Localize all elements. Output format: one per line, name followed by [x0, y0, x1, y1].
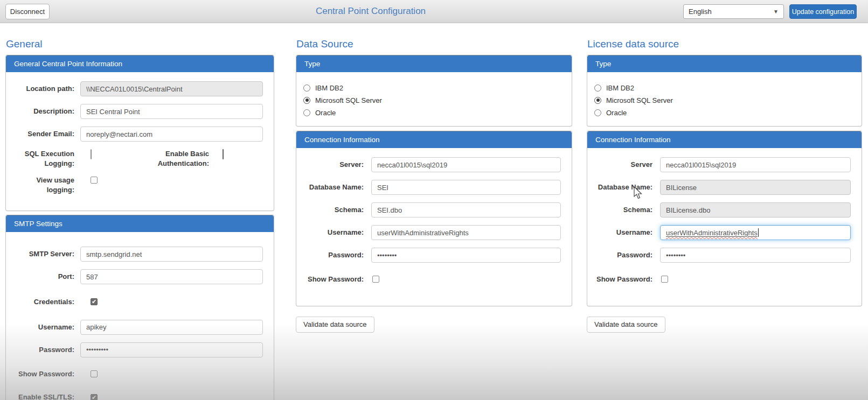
- ds-database-name-input[interactable]: [371, 180, 561, 195]
- sender-email-input[interactable]: [80, 127, 263, 142]
- license-radio-oracle-label: Oracle: [606, 109, 627, 117]
- lic-server-label: Server: [595, 160, 652, 170]
- view-usage-logging-checkbox[interactable]: [91, 177, 98, 184]
- lic-show-password-checkbox[interactable]: [661, 276, 668, 283]
- credentials-label: Credentials:: [14, 297, 74, 307]
- ds-database-name-label: Database Name:: [304, 183, 364, 192]
- smtp-username-input[interactable]: [80, 320, 263, 335]
- lic-database-name-input: [660, 180, 851, 195]
- smtp-username-label: Username:: [14, 322, 74, 332]
- section-heading-general: General: [6, 38, 274, 50]
- license-radio-mssql[interactable]: [594, 97, 601, 104]
- lic-server-input[interactable]: [660, 157, 851, 172]
- license-connection-panel: Connection Information Server Database N…: [587, 131, 862, 306]
- general-section: General General Central Point Informatio…: [5, 38, 274, 400]
- data-source-radio-ibm-db2-label: IBM DB2: [315, 84, 343, 92]
- license-type-panel-title: Type: [587, 55, 862, 72]
- ds-validate-data-source-button[interactable]: Validate data source: [296, 317, 374, 333]
- page-title: Central Point Configuration: [316, 6, 426, 17]
- data-source-radio-ibm-db2[interactable]: [303, 85, 310, 92]
- language-select[interactable]: English ▼: [683, 4, 784, 19]
- smtp-server-input[interactable]: [80, 247, 263, 262]
- description-label: Description:: [14, 107, 74, 116]
- section-heading-license-data-source: License data source: [587, 38, 862, 50]
- general-info-panel-title: General Central Point Information: [6, 55, 274, 72]
- enable-basic-authentication-label: Enable Basic Authentication:: [128, 149, 209, 168]
- main-content: General General Central Point Informatio…: [0, 23, 868, 400]
- smtp-password-label: Password:: [14, 345, 74, 355]
- lic-username-label: Username:: [595, 228, 652, 237]
- ds-server-label: Server:: [304, 160, 364, 170]
- data-source-section: Data Source Type IBM DB2 Microsoft SQL S…: [296, 38, 572, 333]
- data-source-connection-panel: Connection Information Server: Database …: [296, 131, 572, 306]
- ds-show-password-label: Show Password:: [304, 275, 364, 284]
- lic-database-name-label: Database Name:: [595, 183, 652, 192]
- enable-ssl-tls-label: Enable SSL/TLS:: [14, 392, 74, 400]
- smtp-show-password-label: Show Password:: [14, 369, 74, 379]
- sql-execution-logging-checkbox[interactable]: [91, 149, 92, 159]
- license-connection-panel-title: Connection Information: [587, 131, 862, 148]
- data-source-radio-oracle[interactable]: [303, 109, 310, 116]
- top-bar: Disconnect Central Point Configuration E…: [0, 0, 868, 23]
- view-usage-logging-label: View usage logging:: [14, 176, 74, 194]
- ds-password-input[interactable]: [371, 248, 561, 263]
- smtp-settings-panel: SMTP Settings SMTP Server: Port:: [5, 215, 274, 400]
- data-source-radio-mssql-label: Microsoft SQL Server: [315, 96, 382, 104]
- lic-password-label: Password:: [595, 250, 652, 260]
- enable-ssl-tls-checkbox[interactable]: [91, 394, 98, 400]
- sql-execution-logging-label: SQL Execution Logging:: [14, 149, 74, 168]
- central-point-configuration-page: Disconnect Central Point Configuration E…: [0, 0, 868, 400]
- ds-password-label: Password:: [304, 250, 364, 260]
- data-source-type-panel: Type IBM DB2 Microsoft SQL Server Oracle: [296, 55, 572, 127]
- text-caret: [758, 228, 759, 237]
- update-configuration-button[interactable]: Update configuration: [789, 4, 857, 19]
- lic-schema-input: [660, 202, 851, 217]
- license-data-source-section: License data source Type IBM DB2 Microso…: [587, 38, 862, 333]
- lic-username-text: userWithAdministrativeRights: [666, 229, 758, 237]
- smtp-show-password-checkbox[interactable]: [91, 370, 98, 377]
- location-path-input: [80, 81, 263, 96]
- ds-username-input[interactable]: [371, 225, 561, 240]
- credentials-checkbox[interactable]: [91, 298, 98, 305]
- section-heading-data-source: Data Source: [296, 38, 572, 50]
- lic-password-input[interactable]: [660, 248, 851, 263]
- license-radio-ibm-db2-label: IBM DB2: [606, 84, 634, 92]
- data-source-radio-mssql[interactable]: [303, 97, 310, 104]
- ds-server-input[interactable]: [371, 157, 561, 172]
- data-source-connection-panel-title: Connection Information: [296, 131, 572, 148]
- data-source-type-panel-title: Type: [296, 55, 572, 72]
- license-radio-oracle[interactable]: [594, 109, 601, 116]
- lic-username-input[interactable]: userWithAdministrativeRights: [660, 225, 851, 240]
- location-path-label: Location path:: [14, 84, 74, 94]
- chevron-down-icon: ▼: [773, 9, 779, 15]
- smtp-settings-panel-title: SMTP Settings: [6, 215, 274, 232]
- ds-show-password-checkbox[interactable]: [372, 276, 379, 283]
- lic-schema-label: Schema:: [595, 205, 652, 215]
- ds-schema-input[interactable]: [371, 202, 561, 217]
- language-select-value: English: [689, 8, 712, 16]
- enable-basic-authentication-checkbox[interactable]: [223, 149, 224, 159]
- lic-show-password-label: Show Password:: [595, 275, 652, 284]
- description-input[interactable]: [80, 104, 263, 119]
- general-info-panel: General Central Point Information Locati…: [5, 55, 274, 211]
- license-radio-ibm-db2[interactable]: [594, 85, 601, 92]
- sender-email-label: Sender Email:: [14, 129, 74, 139]
- smtp-server-label: SMTP Server:: [14, 249, 74, 259]
- lic-validate-data-source-button[interactable]: Validate data source: [587, 317, 665, 333]
- disconnect-button[interactable]: Disconnect: [5, 4, 50, 19]
- ds-schema-label: Schema:: [304, 205, 364, 215]
- ds-username-label: Username:: [304, 228, 364, 237]
- license-radio-mssql-label: Microsoft SQL Server: [606, 96, 673, 104]
- smtp-port-label: Port:: [14, 272, 74, 282]
- smtp-password-input[interactable]: [80, 342, 263, 357]
- smtp-port-input[interactable]: [80, 269, 263, 284]
- data-source-radio-oracle-label: Oracle: [315, 109, 336, 117]
- license-type-panel: Type IBM DB2 Microsoft SQL Server Oracle: [587, 55, 862, 127]
